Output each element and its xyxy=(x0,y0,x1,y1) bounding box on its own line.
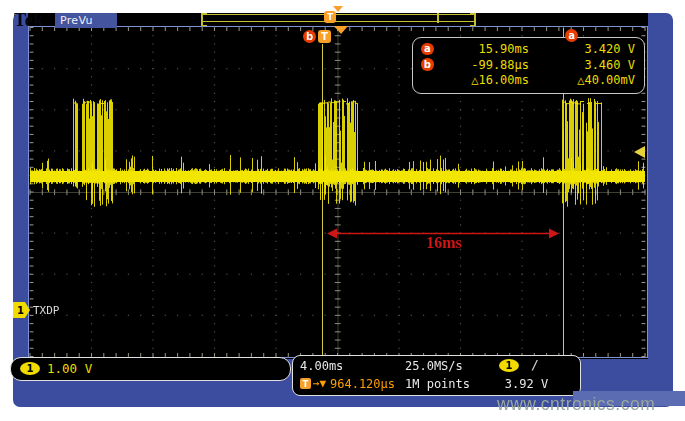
cursor-b-marker: b xyxy=(303,30,316,43)
acquisition-status-label: PreVu xyxy=(55,14,93,27)
record-view-bar-bottom-line xyxy=(203,21,474,22)
record-view-right-bracket-icon xyxy=(470,13,476,26)
trigger-delay-badge: T xyxy=(300,378,311,389)
cursor-b-time: -99.88µs xyxy=(443,58,529,72)
brand-logo: Tek xyxy=(14,10,44,31)
oscilloscope-screenshot: Tek PreVu T b T a a 15.90ms 3.420 V b -9… xyxy=(0,0,685,421)
trigger-level-readout: 3.92 V xyxy=(489,377,564,391)
horizontal-trigger-box: 4.00ms 25.0MS/s 1 / T →▼ 964.120µs 1M po… xyxy=(292,355,581,396)
cursor-b-volt: 3.460 V xyxy=(539,58,635,72)
channel1-scale: 1.00 V xyxy=(47,361,92,376)
channel1-scale-box: 1 1.00 V xyxy=(10,357,291,381)
acquisition-status-tab: PreVu xyxy=(55,13,117,28)
cursor-a-marker: a xyxy=(565,29,578,42)
cursor-delta-volt: △40.00mV xyxy=(539,73,635,87)
timebase-readout: 4.00ms xyxy=(300,359,343,373)
record-length-readout: 1M points xyxy=(405,377,470,391)
time-annotation-label: 16ms xyxy=(408,234,480,252)
cursor-trigger-marker: T xyxy=(318,30,331,43)
record-view-trigger-badge: T xyxy=(324,11,336,23)
cursor-a-time: 15.90ms xyxy=(443,42,529,56)
trigger-level-arrow-icon xyxy=(634,146,645,158)
readout-b-badge: b xyxy=(421,58,434,71)
sample-rate-readout: 25.0MS/s xyxy=(405,359,463,373)
channel1-label: TXDP xyxy=(33,304,60,317)
trigger-slope-icon: / xyxy=(531,357,539,372)
trigger-position-marker-icon xyxy=(334,26,348,34)
channel1-badge: 1 xyxy=(20,362,40,375)
record-view-cursor-tick xyxy=(437,13,439,23)
cursor-delta-time: △16.00ms xyxy=(443,73,529,87)
trigger-delay-arrows-icon: →▼ xyxy=(313,377,326,390)
readout-a-badge: a xyxy=(421,43,434,56)
record-view-bar-top-line xyxy=(203,14,474,15)
cursor-a-volt: 3.420 V xyxy=(539,42,635,56)
trigger-source-badge: 1 xyxy=(499,359,519,372)
trigger-delay-readout: 964.120µs xyxy=(330,377,395,391)
record-view-left-bracket-icon xyxy=(201,13,207,26)
cursor-readout-box: a 15.90ms 3.420 V b -99.88µs 3.460 V △16… xyxy=(412,37,645,94)
watermark-text: www.cntronics.com xyxy=(497,394,655,415)
